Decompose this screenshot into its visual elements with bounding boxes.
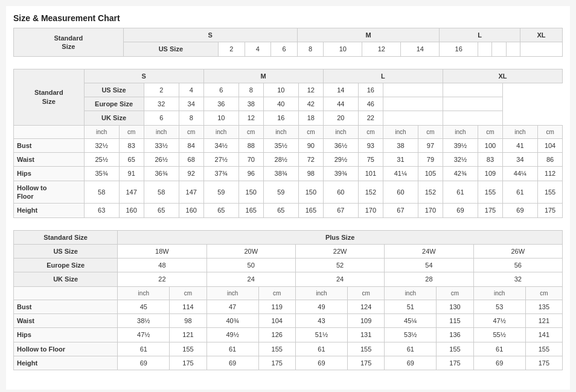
t2-th-us-size: US Size xyxy=(14,244,118,258)
h-44-inch: 69 xyxy=(443,204,478,217)
waist-34-cm: 68 xyxy=(179,153,203,167)
t1-eu-46: 46 xyxy=(358,97,383,111)
t1-us-6: 6 xyxy=(203,83,238,97)
waist-38-cm: 72 xyxy=(298,153,323,167)
hf-42-cm: 152 xyxy=(418,181,443,204)
hips-36-inch: 37¾ xyxy=(203,167,238,181)
waist-46-inch: 34 xyxy=(502,153,537,167)
hf-38-inch: 59 xyxy=(263,181,298,204)
header-s: S xyxy=(123,28,297,42)
waist-38-inch: 28½ xyxy=(263,153,298,167)
t2-row-bust: Bust 45 114 47 119 49 124 51 130 53 135 xyxy=(14,300,563,313)
t1-eu-44: 44 xyxy=(323,97,358,111)
t2-bust-22w-inch: 49 xyxy=(295,300,347,313)
t2-us-18w: 18W xyxy=(118,244,206,258)
t2-bust-18w-inch: 45 xyxy=(118,300,170,313)
t1-us-blank1 xyxy=(383,83,443,97)
t2-eu-56: 56 xyxy=(473,259,562,272)
waist-32-inch: 25½ xyxy=(84,153,119,167)
t2-waist-26w-inch: 47½ xyxy=(473,314,525,328)
t2-unit-cm2: cm xyxy=(258,286,295,300)
t2-th-uk-size: UK Size xyxy=(14,272,118,286)
label-hips: Hips xyxy=(14,167,85,181)
waist-46-cm: 86 xyxy=(538,153,563,167)
t2-hf-18w-cm: 155 xyxy=(170,342,206,356)
hf-44-cm: 155 xyxy=(478,181,503,204)
us-6: 6 xyxy=(271,42,298,56)
hf-46-inch: 61 xyxy=(502,181,537,204)
t2-unit-inch5: inch xyxy=(473,286,525,300)
hf-32-cm: 147 xyxy=(119,181,144,204)
t2-waist-22w-cm: 109 xyxy=(348,314,385,328)
t2-unit-inch1: inch xyxy=(118,286,170,300)
t2-hips-22w-cm: 131 xyxy=(348,328,385,342)
t2-unit-cm1: cm xyxy=(170,286,206,300)
t2-h-26w-inch: 69 xyxy=(473,356,525,370)
waist-44-inch: 32½ xyxy=(443,153,478,167)
t2-unit-cm3: cm xyxy=(348,286,385,300)
t2-bust-24w-cm: 130 xyxy=(437,300,473,313)
t1-unit-inch7: inch xyxy=(443,125,478,138)
t1-eu-34: 34 xyxy=(179,97,203,111)
hf-44-inch: 61 xyxy=(443,181,478,204)
t2-row-hollow-floor: Hollow to Floor 61 155 61 155 61 155 61 … xyxy=(14,342,563,356)
label-waist: Waist xyxy=(14,153,85,167)
t1-uk-blank2 xyxy=(443,111,502,125)
t2-unit-inch4: inch xyxy=(385,286,437,300)
t2-h-24w-inch: 69 xyxy=(385,356,437,370)
t2-h-18w-inch: 69 xyxy=(118,356,170,370)
t1-uk-20: 20 xyxy=(323,111,358,125)
t2-us-22w: 22W xyxy=(295,244,384,258)
label-bust: Bust xyxy=(14,138,85,152)
h-42-cm: 170 xyxy=(418,204,443,217)
t1-unit-cm8: cm xyxy=(538,125,563,138)
t2-eu-52: 52 xyxy=(295,259,384,272)
t2-h-20w-cm: 175 xyxy=(258,356,295,370)
h-40-cm: 170 xyxy=(358,204,383,217)
bust-40-inch: 36½ xyxy=(323,138,358,152)
t1-us-8: 8 xyxy=(238,83,263,97)
t2-h-22w-inch: 69 xyxy=(295,356,347,370)
h-38-inch: 65 xyxy=(263,204,298,217)
t1-eu-32: 32 xyxy=(144,97,179,111)
size-chart-table2: Standard Size Plus Size US Size 18W 20W … xyxy=(13,230,563,371)
header-standard-size: StandardSize xyxy=(14,28,124,57)
h-44-cm: 175 xyxy=(478,204,503,217)
t1-unit-cm2: cm xyxy=(179,125,203,138)
us-placeholder4 xyxy=(520,42,562,56)
t2-waist-20w-inch: 40¾ xyxy=(206,314,258,328)
waist-40-cm: 75 xyxy=(358,153,383,167)
t2-waist-18w-cm: 98 xyxy=(170,314,206,328)
t1-eu-40: 40 xyxy=(263,97,298,111)
hips-32-inch: 35¾ xyxy=(84,167,119,181)
t2-waist-26w-cm: 121 xyxy=(525,314,562,328)
row-waist: Waist 25½ 65 26½ 68 27½ 70 28½ 72 29½ 75… xyxy=(14,153,563,167)
th-eu-size: Europe Size xyxy=(84,97,144,111)
bust-34-inch: 33½ xyxy=(144,138,179,152)
t1-uk-18: 18 xyxy=(298,111,323,125)
t2-hips-24w-inch: 53½ xyxy=(385,328,437,342)
bust-44-inch: 39½ xyxy=(443,138,478,152)
hips-44-inch: 42¾ xyxy=(443,167,478,181)
header-m: M xyxy=(297,28,439,42)
t1-us-4: 4 xyxy=(179,83,203,97)
t1-uk-22: 22 xyxy=(358,111,383,125)
hf-38-cm: 150 xyxy=(298,181,323,204)
t2-h-24w-cm: 175 xyxy=(437,356,473,370)
t2-label-waist: Waist xyxy=(14,314,118,328)
t1-uk-10: 10 xyxy=(203,111,238,125)
t2-hf-18w-inch: 61 xyxy=(118,342,170,356)
bust-40-cm: 93 xyxy=(358,138,383,152)
t1-unit-inch8: inch xyxy=(502,125,537,138)
row-bust: Bust 32½ 83 33½ 84 34½ 88 35½ 90 36½ 93 … xyxy=(14,138,563,152)
t2-h-22w-cm: 175 xyxy=(348,356,385,370)
t2-us-20w: 20W xyxy=(206,244,295,258)
t2-hf-26w-cm: 155 xyxy=(525,342,562,356)
t2-bust-24w-inch: 51 xyxy=(385,300,437,313)
t2-h-18w-cm: 175 xyxy=(170,356,206,370)
t2-hf-26w-inch: 61 xyxy=(473,342,525,356)
t2-bust-26w-cm: 135 xyxy=(525,300,562,313)
us-2: 2 xyxy=(219,42,245,56)
t1-unit-cm4: cm xyxy=(298,125,323,138)
hf-46-cm: 155 xyxy=(538,181,563,204)
